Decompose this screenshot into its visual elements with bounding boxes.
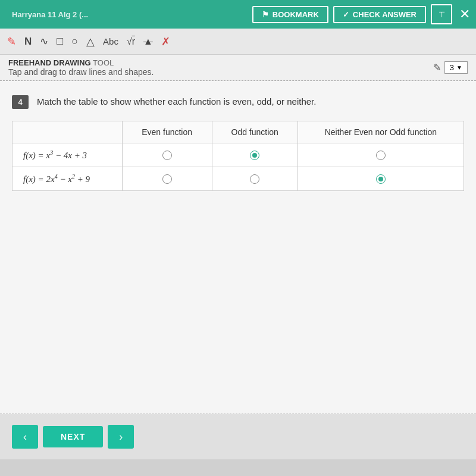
next-arrow-button[interactable]: ›: [108, 425, 134, 449]
size-control: ✎ 3 ▼: [433, 61, 468, 74]
col-header-odd: Odd function: [212, 121, 298, 143]
close-button[interactable]: ✕: [459, 7, 470, 22]
function-expression-2: f(x) = 2x4 − x2 + 9: [12, 167, 123, 191]
col-header-neither: Neither Even nor Odd function: [298, 121, 464, 143]
table-row: f(x) = x3 − 4x + 3: [12, 143, 464, 167]
prev-button[interactable]: ‹: [12, 425, 38, 449]
row1-even-radio[interactable]: [162, 151, 172, 160]
next-label-button[interactable]: NEXT: [43, 426, 103, 447]
pencil-tool-icon[interactable]: ✎: [7, 35, 16, 48]
question-text: Match the table to show whether each fun…: [37, 96, 316, 107]
top-bar: Harryana 11 Alg 2 (... ⚑ BOOKMARK ✓ CHEC…: [0, 0, 476, 29]
row2-neither-radio[interactable]: [376, 174, 386, 184]
size-display[interactable]: 3 ▼: [444, 61, 468, 74]
abc-tool-label[interactable]: Abc: [103, 36, 118, 46]
row2-odd-radio[interactable]: [250, 174, 259, 184]
next-arrow-icon: ›: [119, 431, 123, 443]
square-tool-icon[interactable]: □: [57, 35, 63, 48]
page-title: Harryana 11 Alg 2 (...: [12, 10, 88, 19]
row1-even-cell[interactable]: [122, 143, 212, 167]
bookmark-button[interactable]: ⚑ BOOKMARK: [252, 6, 328, 23]
check-answer-button[interactable]: ✓ CHECK ANSWER: [333, 6, 426, 23]
delete-tool-icon[interactable]: ✗: [161, 35, 170, 48]
sqrt-tool-icon[interactable]: √r: [127, 36, 135, 47]
match-table: Even function Odd function Neither Even …: [12, 121, 464, 191]
circle-tool-icon[interactable]: ○: [71, 35, 78, 48]
size-pencil-icon: ✎: [433, 62, 441, 73]
bottom-navigation: ‹ NEXT ›: [0, 414, 476, 459]
drawing-toolbar: ✎ N ∿ □ ○ △ Abc √r ▲ ✗: [0, 29, 476, 55]
row1-odd-radio[interactable]: [250, 151, 259, 160]
strikethrough-tool-icon[interactable]: ▲: [143, 36, 153, 47]
checkmark-icon: ✓: [343, 10, 349, 19]
triangle-tool-icon[interactable]: △: [86, 35, 95, 48]
row1-odd-cell[interactable]: [212, 143, 298, 167]
hp-logo-area: hp: [0, 459, 476, 476]
grid-button[interactable]: ⊤: [431, 4, 452, 24]
wave-tool-icon[interactable]: ∿: [40, 35, 48, 48]
question-number: 4: [12, 95, 29, 109]
col-header-even: Even function: [122, 121, 212, 143]
tool-info-description: Tap and drag to draw lines and shapes.: [8, 67, 154, 77]
row1-neither-cell[interactable]: [298, 143, 464, 167]
tool-info-label: FREEHAND DRAWING TOOL: [8, 58, 154, 67]
tool-info-bar: FREEHAND DRAWING TOOL Tap and drag to dr…: [0, 55, 476, 81]
question-block: 4 Match the table to show whether each f…: [12, 95, 464, 109]
bookmark-icon: ⚑: [262, 10, 269, 19]
row2-even-cell[interactable]: [122, 167, 212, 191]
row2-neither-cell[interactable]: [298, 167, 464, 191]
row1-neither-radio[interactable]: [376, 151, 386, 160]
prev-arrow-icon: ‹: [23, 431, 27, 443]
dropdown-arrow-icon: ▼: [456, 64, 462, 71]
table-row: f(x) = 2x4 − x2 + 9: [12, 167, 464, 191]
main-content: 4 Match the table to show whether each f…: [0, 81, 476, 331]
grid-icon: ⊤: [439, 10, 445, 19]
row2-even-radio[interactable]: [162, 174, 172, 184]
col-header-function: [12, 121, 123, 143]
n-tool-icon[interactable]: N: [24, 36, 32, 48]
row2-odd-cell[interactable]: [212, 167, 298, 191]
spacer-area: [0, 331, 476, 414]
function-expression-1: f(x) = x3 − 4x + 3: [12, 143, 123, 167]
